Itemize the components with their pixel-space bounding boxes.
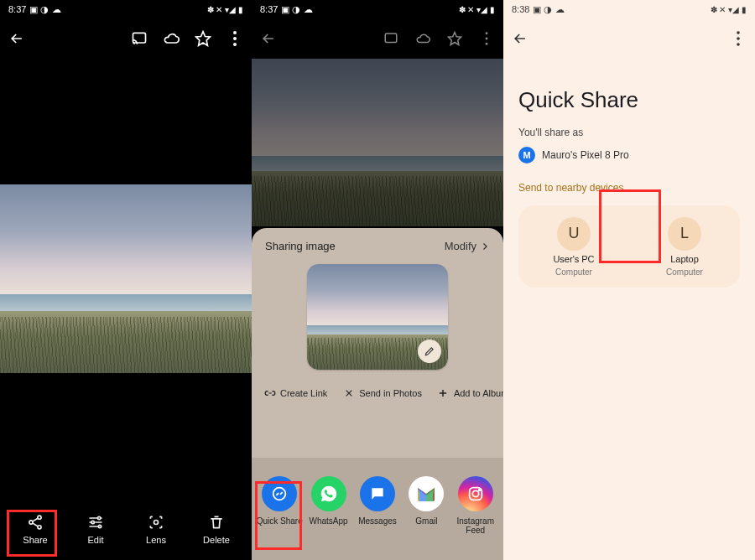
share-sheet: Sharing image Modify Create Link Send in: [252, 228, 503, 560]
status-time: 8:37: [260, 4, 278, 14]
device-name: Laptop: [670, 254, 699, 264]
svg-point-15: [486, 38, 488, 40]
device-users-pc[interactable]: U User's PC Computer: [518, 217, 629, 277]
page-title: Quick Share: [503, 59, 755, 123]
trash-icon: [207, 513, 226, 531]
quick-share-icon: [262, 476, 297, 511]
user-identity-row[interactable]: M Mauro's Pixel 8 Pro: [503, 147, 755, 177]
status-bar: 8:38 ▣ ◑ ☁ ✽ ✕ ▾◢ ▮: [503, 0, 755, 18]
edit-pencil-badge[interactable]: [418, 340, 441, 363]
svg-point-9: [91, 521, 94, 523]
svg-point-2: [233, 31, 237, 34]
create-link-chip[interactable]: Create Link: [263, 386, 327, 399]
instagram-app[interactable]: Instagram Feed: [451, 476, 500, 553]
bottom-action-bar: Share Edit Lens Delete: [0, 501, 252, 560]
device-name: User's PC: [553, 254, 594, 264]
send-nearby-label: Send to nearby devices: [503, 177, 755, 202]
gmail-app[interactable]: Gmail: [402, 476, 450, 553]
share-action-chips: Create Link Send in Photos Add to Album …: [252, 380, 503, 411]
edit-button[interactable]: Edit: [70, 513, 121, 545]
device-type: Computer: [666, 267, 703, 277]
modify-label: Modify: [445, 240, 476, 252]
chevron-right-icon: [480, 241, 490, 251]
lens-icon: [147, 513, 165, 531]
more-icon[interactable]: [226, 30, 243, 47]
status-time: 8:37: [8, 4, 26, 14]
cast-icon[interactable]: [131, 30, 148, 47]
device-type: Computer: [555, 267, 592, 277]
screen-quick-share: 8:38 ▣ ◑ ☁ ✽ ✕ ▾◢ ▮ Quick Share You'll s…: [503, 0, 755, 560]
lens-label: Lens: [146, 535, 166, 545]
status-time: 8:38: [512, 4, 529, 14]
delete-label: Delete: [203, 535, 230, 545]
status-bar: 8:37 ▣ ◑ ☁ ✽ ✕ ▾◢ ▮: [252, 0, 503, 18]
back-icon[interactable]: [8, 30, 25, 47]
gmail-label: Gmail: [415, 516, 437, 526]
lens-button[interactable]: Lens: [131, 513, 181, 545]
more-icon[interactable]: [730, 30, 747, 47]
user-device-name: Mauro's Pixel 8 Pro: [542, 149, 629, 161]
screen-share-sheet: 8:37 ▣ ◑ ☁ ✽ ✕ ▾◢ ▮ Sharing image Modify: [252, 0, 503, 560]
messages-app[interactable]: Messages: [353, 476, 402, 553]
status-bar: 8:37 ▣ ◑ ☁ ✽ ✕ ▾◢ ▮: [0, 0, 252, 18]
share-button[interactable]: Share: [10, 513, 60, 545]
svg-rect-0: [133, 33, 146, 43]
status-left-icons: ▣ ◑ ☁: [29, 4, 60, 15]
pencil-icon: [424, 345, 435, 357]
send-photos-label: Send in Photos: [359, 388, 422, 398]
status-right-icons: ✽ ✕ ▾◢ ▮: [207, 5, 243, 14]
status-right-icons: ✽ ✕ ▾◢ ▮: [711, 5, 747, 14]
delete-button[interactable]: Delete: [191, 513, 242, 545]
svg-point-23: [737, 37, 740, 40]
screen-photo-viewer: 8:37 ▣ ◑ ☁ ✽ ✕ ▾◢ ▮: [0, 0, 252, 560]
quick-share-app[interactable]: Quick Share: [255, 476, 304, 553]
svg-point-14: [486, 32, 488, 34]
top-bar: [0, 18, 252, 59]
nearby-devices-card: U User's PC Computer L Laptop Computer: [518, 205, 740, 288]
messages-label: Messages: [358, 516, 397, 526]
cloud-icon[interactable]: [163, 30, 180, 47]
svg-point-21: [478, 490, 480, 491]
gmail-icon: [409, 476, 444, 511]
sheet-title: Sharing image: [265, 240, 336, 252]
svg-point-3: [233, 37, 237, 40]
send-photos-chip[interactable]: Send in Photos: [342, 386, 422, 399]
top-bar: [503, 18, 755, 59]
star-icon: [446, 30, 463, 47]
add-album-chip[interactable]: Add to Album: [437, 386, 503, 399]
photo-content[interactable]: [0, 184, 252, 373]
messages-icon: [360, 476, 395, 511]
whatsapp-icon: [311, 476, 346, 511]
device-laptop[interactable]: L Laptop Computer: [629, 217, 740, 277]
top-bar-dim: [252, 18, 503, 59]
device-avatar: L: [668, 217, 701, 251]
svg-point-20: [472, 490, 478, 496]
status-right-icons: ✽ ✕ ▾◢ ▮: [459, 5, 495, 14]
share-preview-thumbnail[interactable]: [307, 264, 448, 370]
back-icon[interactable]: [260, 30, 277, 47]
cast-icon: [383, 30, 399, 47]
back-icon[interactable]: [512, 30, 528, 47]
photos-icon: [342, 386, 355, 399]
star-icon[interactable]: [195, 30, 211, 47]
modify-button[interactable]: Modify: [445, 240, 490, 252]
quick-share-label: Quick Share: [257, 516, 303, 526]
svg-point-24: [737, 43, 740, 46]
svg-point-10: [98, 525, 101, 527]
create-link-label: Create Link: [280, 388, 327, 398]
share-as-label: You'll share as: [503, 123, 755, 147]
instagram-icon: [458, 476, 493, 511]
status-left-icons: ▣ ◑ ☁: [533, 4, 564, 15]
svg-point-18: [273, 488, 286, 500]
share-icon: [26, 513, 44, 531]
whatsapp-app[interactable]: WhatsApp: [305, 476, 353, 553]
user-avatar: M: [518, 147, 535, 163]
edit-sliders-icon: [86, 513, 105, 531]
more-icon: [478, 30, 495, 47]
svg-marker-13: [449, 33, 461, 45]
whatsapp-label: WhatsApp: [310, 516, 348, 526]
svg-point-4: [233, 43, 237, 46]
share-app-row: Quick Share WhatsApp Messages Gmail: [252, 458, 503, 560]
svg-marker-1: [196, 32, 211, 46]
share-label: Share: [23, 535, 47, 545]
